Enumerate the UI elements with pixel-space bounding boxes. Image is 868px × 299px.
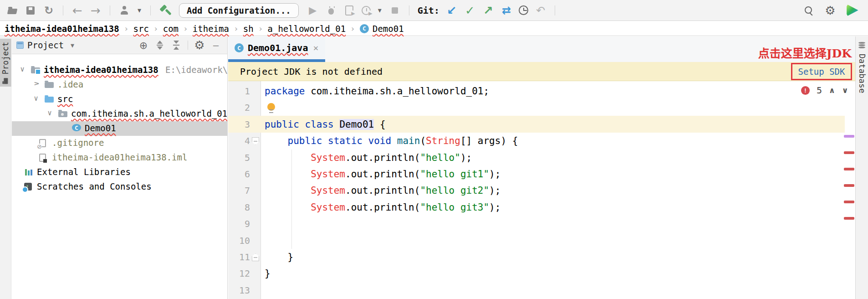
close-icon[interactable]: ×: [313, 42, 318, 53]
line-numbers: 12345678910111213: [228, 83, 250, 299]
line-number[interactable]: 3: [228, 116, 250, 133]
settings-icon[interactable]: [824, 5, 836, 16]
project-stripe-button[interactable]: Project: [0, 39, 11, 87]
tree-row[interactable]: Demo01: [12, 121, 227, 136]
code-line[interactable]: }: [265, 265, 518, 282]
git-push-icon[interactable]: [482, 5, 494, 16]
code-line[interactable]: }: [265, 249, 518, 265]
stop-icon[interactable]: [389, 5, 401, 16]
line-number[interactable]: 13: [228, 282, 250, 299]
project-panel-title[interactable]: Project: [27, 40, 64, 50]
run-icon[interactable]: [307, 5, 319, 16]
jdk-banner: Project JDK is not defined: [228, 62, 855, 81]
profiler-icon[interactable]: [362, 6, 371, 15]
toolbar-separator: [188, 41, 188, 50]
dropdown-caret-icon[interactable]: [137, 5, 142, 16]
breadcrumb-item[interactable]: sh: [243, 24, 254, 34]
code-line[interactable]: System.out.println("hello git2");: [265, 182, 518, 199]
git-rollback-icon[interactable]: [535, 5, 546, 16]
git-history-icon[interactable]: [519, 5, 528, 15]
tree-row[interactable]: External Libraries: [12, 165, 227, 180]
code-line[interactable]: public class Demo01 {: [265, 116, 518, 133]
breadcrumb-item[interactable]: com: [163, 24, 179, 34]
breadcrumb-item[interactable]: itheima-idea01heima138: [5, 24, 119, 34]
tree-row[interactable]: .gitignore: [12, 136, 227, 150]
chevron-down-icon[interactable]: ∨: [32, 94, 40, 103]
locate-icon[interactable]: [138, 40, 148, 50]
forward-icon[interactable]: [90, 5, 102, 16]
run-anything-icon[interactable]: [345, 5, 353, 15]
git-update-icon[interactable]: [446, 5, 458, 16]
build-hammer-icon[interactable]: [159, 5, 171, 16]
chevron-down-icon[interactable]: [67, 40, 77, 50]
tree-item-label: Scratches and Consoles: [37, 181, 152, 191]
save-all-icon[interactable]: [25, 5, 36, 16]
code-line[interactable]: [265, 99, 518, 116]
stripe-mark-error[interactable]: [844, 151, 854, 154]
add-configuration-button[interactable]: Add Configuration...: [179, 3, 299, 18]
stripe-mark-error[interactable]: [844, 217, 854, 220]
line-number[interactable]: 1: [228, 83, 250, 99]
line-number[interactable]: 9: [228, 216, 250, 232]
hide-icon[interactable]: [211, 40, 221, 50]
tree-row[interactable]: ∨src: [12, 92, 227, 107]
setup-sdk-link[interactable]: Setup SDK: [798, 67, 845, 77]
inspections-widget[interactable]: ! 5 ∧ ∨: [801, 85, 848, 96]
git-commit-icon[interactable]: [464, 5, 476, 16]
code-line[interactable]: System.out.println("hello git3");: [265, 199, 518, 216]
collapse-all-icon[interactable]: [171, 40, 181, 50]
tree-row[interactable]: ∨itheima-idea01heima138E:\ideawork\ji: [12, 63, 227, 77]
breadcrumb-item[interactable]: src: [133, 24, 149, 34]
dropdown-caret-icon[interactable]: [377, 5, 383, 16]
breadcrumb-item[interactable]: a_helloworld_01: [268, 24, 346, 34]
code-line[interactable]: System.out.println("hello git1");: [265, 166, 518, 182]
line-number[interactable]: 5: [228, 150, 250, 166]
breadcrumb-item[interactable]: Demo01: [373, 24, 404, 34]
back-icon[interactable]: [71, 5, 83, 16]
code-line[interactable]: [265, 216, 518, 232]
stripe-mark-error[interactable]: [844, 201, 854, 203]
breadcrumb-item[interactable]: itheima: [193, 24, 229, 34]
line-number[interactable]: 4: [228, 133, 250, 149]
code-line[interactable]: package com.itheima.sh.a_helloworld_01;: [265, 83, 518, 99]
stripe-mark-error[interactable]: [844, 168, 854, 170]
sync-icon[interactable]: [43, 5, 55, 16]
tree-row[interactable]: ∨com.itheima.sh.a_helloworld_01: [12, 107, 227, 121]
intention-bulb-icon[interactable]: [267, 103, 275, 111]
toolbar-right-group: [803, 4, 862, 17]
expand-all-icon[interactable]: [155, 40, 165, 50]
line-number[interactable]: 7: [228, 182, 250, 199]
code-line[interactable]: System.out.println("hello");: [265, 150, 518, 166]
database-icon: [858, 42, 865, 44]
line-number[interactable]: 12: [228, 265, 250, 282]
stripe-mark-error[interactable]: [844, 184, 854, 187]
line-number[interactable]: 6: [228, 166, 250, 182]
git-merge-icon[interactable]: [500, 5, 512, 16]
code-content: package com.itheima.sh.a_helloworld_01;p…: [265, 83, 518, 299]
code-line[interactable]: [265, 232, 518, 249]
user-icon[interactable]: [118, 5, 130, 16]
line-number[interactable]: 8: [228, 199, 250, 216]
tree-row[interactable]: itheima-idea01heima138.iml: [12, 150, 227, 165]
ide-window: Add Configuration...Git: itheima-idea01h…: [0, 0, 868, 299]
tree-row[interactable]: ∨.idea: [12, 77, 227, 92]
debug-icon[interactable]: [325, 5, 337, 16]
chevron-down-icon[interactable]: ∨: [19, 65, 26, 73]
database-stripe-button[interactable]: Database: [858, 54, 867, 93]
open-project-icon[interactable]: [6, 5, 18, 16]
project-stripe-label: Project: [1, 41, 10, 74]
breadcrumb: itheima-idea01heima138›src›com›itheima›s…: [0, 21, 868, 36]
tab-demo01-java[interactable]: Demo01.java ×: [228, 36, 325, 62]
settings-icon[interactable]: [194, 40, 204, 50]
search-icon[interactable]: [803, 5, 814, 16]
line-number[interactable]: 10: [228, 232, 250, 249]
line-number[interactable]: 2: [228, 99, 250, 116]
code-line[interactable]: public static void main(String[] args) {: [265, 133, 518, 149]
code-line[interactable]: [265, 282, 518, 299]
stripe-mark-ident[interactable]: [844, 135, 854, 138]
tree-row[interactable]: Scratches and Consoles: [12, 180, 227, 194]
chevron-down-icon[interactable]: ∨: [46, 108, 53, 117]
prev-error-icon[interactable]: ∧: [829, 86, 835, 95]
chevron-right-icon[interactable]: ∨: [32, 80, 41, 88]
line-number[interactable]: 11: [228, 249, 250, 265]
